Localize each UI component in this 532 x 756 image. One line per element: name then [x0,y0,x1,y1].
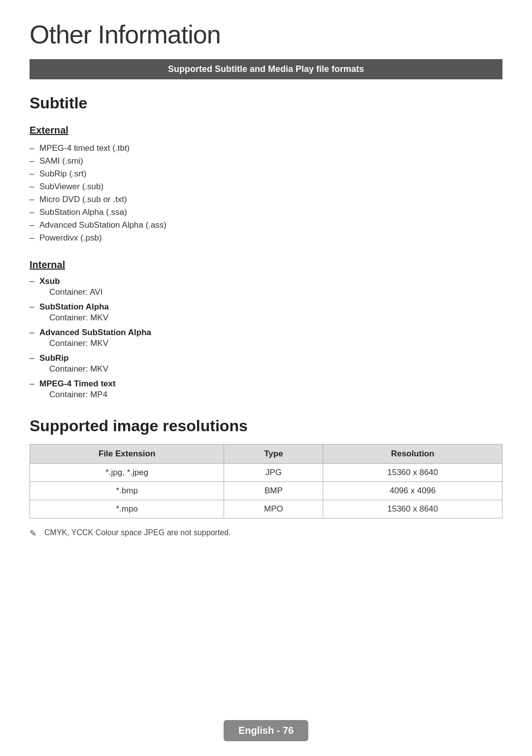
list-item: Micro DVD (.sub or .txt) [30,193,502,206]
internal-entry: Advanced SubStation Alpha Container: MKV [30,328,502,348]
internal-list: Xsub Container: AVI SubStation Alpha Con… [30,276,502,400]
table-cell-resolution: 4096 x 4096 [323,482,502,500]
subtitle-heading: Subtitle [30,94,502,112]
page-title: Other Information [30,20,502,49]
internal-container: Container: MKV [30,313,502,323]
internal-label: Xsub [30,276,502,286]
note-icon: ✎ [30,528,36,539]
table-header-extension: File Extension [30,445,224,464]
table-cell-type: MPO [224,500,323,518]
table-cell-resolution: 15360 x 8640 [323,464,502,482]
internal-container: Container: MKV [30,364,502,374]
list-item: SubViewer (.sub) [30,180,502,193]
note-text: ✎ CMYK, YCCK Colour space JPEG are not s… [30,528,502,537]
supported-image-heading: Supported image resolutions [30,417,502,435]
internal-container: Container: MKV [30,339,502,348]
list-item: MPEG-4 timed text (.tbt) [30,142,502,155]
table-header-resolution: Resolution [323,445,502,464]
list-item: SAMI (.smi) [30,155,502,168]
list-item: Powerdivx (.psb) [30,232,502,244]
internal-container: Container: MP4 [30,390,502,400]
list-item: SubStation Alpha (.ssa) [30,206,502,219]
external-section: External MPEG-4 timed text (.tbt) SAMI (… [30,125,502,244]
internal-label: SubStation Alpha [30,302,502,312]
image-table: File Extension Type Resolution *.jpg, *.… [30,444,502,518]
internal-entry: MPEG-4 Timed text Container: MP4 [30,379,502,400]
internal-section: Internal Xsub Container: AVI SubStation … [30,259,502,400]
table-cell-extension: *.jpg, *.jpeg [30,464,224,482]
internal-label: Advanced SubStation Alpha [30,328,502,338]
internal-heading: Internal [30,259,502,271]
table-cell-resolution: 15360 x 8640 [323,500,502,518]
table-cell-extension: *.bmp [30,482,224,500]
table-row: *.mpo MPO 15360 x 8640 [30,500,502,518]
table-row: *.bmp BMP 4096 x 4096 [30,482,502,500]
footer-badge: English - 76 [224,720,308,741]
note-content: CMYK, YCCK Colour space JPEG are not sup… [44,528,231,537]
table-header-type: Type [224,445,323,464]
internal-container: Container: AVI [30,287,502,297]
list-item: Advanced SubStation Alpha (.ass) [30,219,502,232]
table-cell-type: BMP [224,482,323,500]
list-item: SubRip (.srt) [30,168,502,180]
table-cell-extension: *.mpo [30,500,224,518]
section-banner: Supported Subtitle and Media Play file f… [30,59,502,79]
table-row: *.jpg, *.jpeg JPG 15360 x 8640 [30,464,502,482]
internal-entry: SubStation Alpha Container: MKV [30,302,502,323]
table-cell-type: JPG [224,464,323,482]
internal-entry: Xsub Container: AVI [30,276,502,297]
external-list: MPEG-4 timed text (.tbt) SAMI (.smi) Sub… [30,142,502,244]
external-heading: External [30,125,502,136]
internal-entry: SubRip Container: MKV [30,353,502,374]
table-header-row: File Extension Type Resolution [30,445,502,464]
internal-label: MPEG-4 Timed text [30,379,502,389]
internal-label: SubRip [30,353,502,363]
